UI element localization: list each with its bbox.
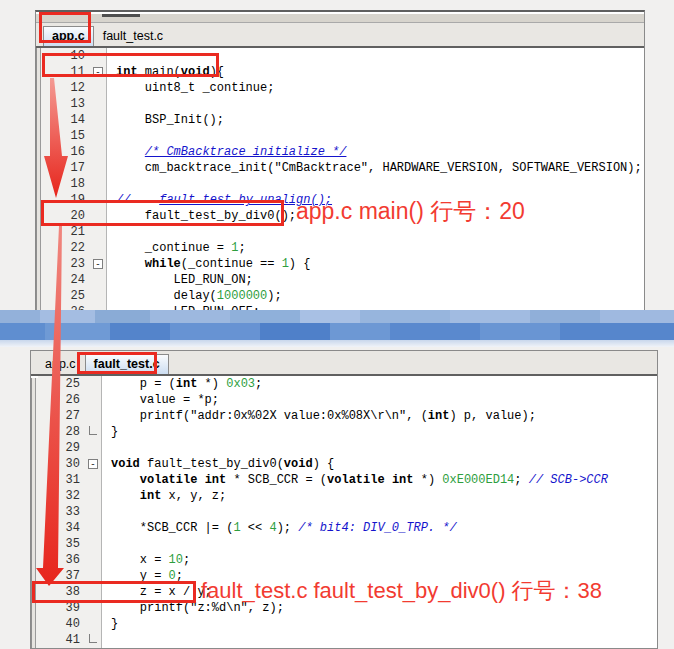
annotation-label-line-38: fault_test.c fault_test_by_div0() 行号：38 [201, 576, 602, 606]
highlight-box-tab-fault-test-c [77, 352, 157, 374]
fold-column [90, 144, 107, 160]
highlight-box-line-38 [32, 581, 196, 603]
code-line-33[interactable]: 33 [38, 504, 657, 520]
fold-column [85, 504, 102, 520]
fold-column: - [90, 256, 107, 272]
fold-column [85, 552, 102, 568]
fold-column [85, 376, 102, 392]
code-text [107, 128, 644, 144]
fold-column [85, 424, 102, 440]
code-text: BSP_Init(); [107, 112, 644, 128]
fold-column [90, 160, 107, 176]
fold-column [85, 632, 102, 648]
code-line-30[interactable]: 30-void fault_test_by_div0(void) { [38, 456, 657, 472]
code-line-34[interactable]: 34 *SCB_CCR |= (1 << 4); /* bit4: DIV_0_… [38, 520, 657, 536]
fold-column: - [85, 456, 102, 472]
fold-column [85, 472, 102, 488]
code-text [102, 536, 657, 552]
code-text: } [102, 616, 657, 632]
code-editor-fault-test-c[interactable]: 25 p = (int *) 0x03;26 value = *p;27 pri… [38, 376, 657, 648]
fold-column [90, 240, 107, 256]
fold-end-icon [89, 426, 97, 435]
tab-bar-top: app.cfault_test.c [36, 23, 644, 48]
highlight-box-tab-app-c [39, 12, 91, 43]
fold-collapse-icon[interactable]: - [88, 459, 98, 469]
code-line-29[interactable]: 29 [38, 440, 657, 456]
code-text [102, 504, 657, 520]
fold-column [90, 176, 107, 192]
code-text: void fault_test_by_div0(void) { [102, 456, 657, 472]
code-line-22[interactable]: 22 _continue = 1; [43, 240, 644, 256]
highlight-box-line-20 [41, 200, 284, 226]
fold-column [90, 128, 107, 144]
fold-column [85, 440, 102, 456]
code-line-13[interactable]: 13 [43, 96, 644, 112]
blur-mosaic-band [0, 310, 674, 347]
code-text: LED_RUN_ON; [107, 272, 644, 288]
code-line-14[interactable]: 14 BSP_Init(); [43, 112, 644, 128]
code-text: uint8_t _continue; [107, 80, 644, 96]
fold-collapse-icon[interactable]: - [93, 259, 103, 269]
fold-column [85, 488, 102, 504]
code-line-15[interactable]: 15 [43, 128, 644, 144]
code-text [102, 632, 657, 648]
fold-column [85, 408, 102, 424]
code-line-28[interactable]: 28} [38, 424, 657, 440]
code-line-12[interactable]: 12 uint8_t _continue; [43, 80, 644, 96]
code-text: volatile int * SCB_CCR = (volatile int *… [102, 472, 657, 488]
code-text [107, 176, 644, 192]
tab-fault-test-c[interactable]: fault_test.c [95, 26, 171, 46]
code-editor-app-c[interactable]: 1011-int main(void){12 uint8_t _continue… [43, 48, 644, 312]
code-line-25[interactable]: 25 delay(1000000); [43, 288, 644, 304]
fold-column [85, 616, 102, 632]
code-text: while(_continue == 1) { [107, 256, 644, 272]
code-line-36[interactable]: 36 x = 10; [38, 552, 657, 568]
splitter-handle[interactable] [102, 14, 140, 17]
fold-column [90, 96, 107, 112]
code-text: int x, y, z; [102, 488, 657, 504]
code-text: _continue = 1; [107, 240, 644, 256]
screenshot-root: { "colors": { "annotation_red": "#ea2a21… [0, 0, 674, 649]
code-line-23[interactable]: 23- while(_continue == 1) { [43, 256, 644, 272]
code-line-31[interactable]: 31 volatile int * SCB_CCR = (volatile in… [38, 472, 657, 488]
fold-column [90, 112, 107, 128]
code-text: value = *p; [102, 392, 657, 408]
code-line-32[interactable]: 32 int x, y, z; [38, 488, 657, 504]
annotation-label-line-20: app.c main() 行号：20 [296, 196, 525, 227]
window-chrome-bar [36, 14, 644, 23]
code-text: printf("addr:0x%02X value:0x%08X\r\n", (… [102, 408, 657, 424]
red-arrow-to-line-38 [34, 226, 70, 588]
fold-column [85, 392, 102, 408]
fold-column [90, 272, 107, 288]
line-number: 41 [38, 632, 85, 648]
code-text: cm_backtrace_init("CmBacktrace", HARDWAR… [107, 160, 644, 176]
code-line-35[interactable]: 35 [38, 536, 657, 552]
code-text: } [102, 424, 657, 440]
code-text: x = 10; [102, 552, 657, 568]
code-text [102, 440, 657, 456]
fold-column [85, 520, 102, 536]
code-text [107, 96, 644, 112]
code-line-16[interactable]: 16 /* CmBacktrace initialize */ [43, 144, 644, 160]
line-number: 40 [38, 616, 85, 632]
code-text: delay(1000000); [107, 288, 644, 304]
code-line-25[interactable]: 25 p = (int *) 0x03; [38, 376, 657, 392]
red-arrow-to-line-19 [38, 78, 74, 200]
code-line-26[interactable]: 26 value = *p; [38, 392, 657, 408]
fold-end-icon [89, 634, 97, 643]
code-line-18[interactable]: 18 [43, 176, 644, 192]
fold-column [90, 80, 107, 96]
code-line-27[interactable]: 27 printf("addr:0x%02X value:0x%08X\r\n"… [38, 408, 657, 424]
code-text: /* CmBacktrace initialize */ [107, 144, 644, 160]
code-line-24[interactable]: 24 LED_RUN_ON; [43, 272, 644, 288]
highlight-box-line-11 [42, 53, 219, 77]
code-line-17[interactable]: 17 cm_backtrace_init("CmBacktrace", HARD… [43, 160, 644, 176]
code-text: *SCB_CCR |= (1 << 4); /* bit4: DIV_0_TRP… [102, 520, 657, 536]
fold-column [85, 536, 102, 552]
code-line-40[interactable]: 40} [38, 616, 657, 632]
code-text: p = (int *) 0x03; [102, 376, 657, 392]
fold-column [90, 224, 107, 240]
code-line-41[interactable]: 41 [38, 632, 657, 648]
fold-column [90, 288, 107, 304]
